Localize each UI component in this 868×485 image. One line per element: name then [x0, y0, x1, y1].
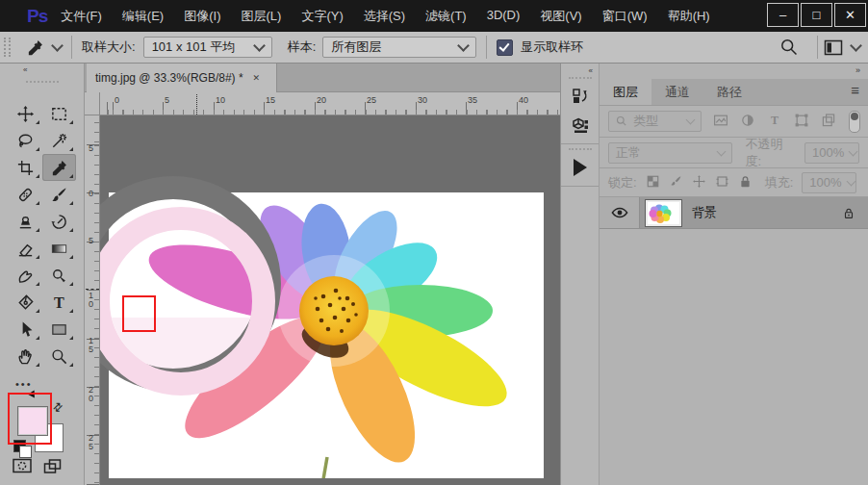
brush-tool[interactable]	[42, 181, 76, 208]
filter-smart-objects-icon[interactable]	[821, 113, 836, 131]
tab-close-icon[interactable]: ✕	[253, 73, 261, 83]
eraser-tool[interactable]	[9, 235, 42, 262]
layer-visibility-toggle[interactable]	[600, 197, 640, 228]
filter-shape-layers-icon[interactable]	[794, 113, 809, 131]
sample-size-dropdown[interactable]: 101 x 101 平均	[143, 37, 272, 58]
dodge-tool[interactable]	[42, 262, 76, 289]
divider	[561, 186, 599, 187]
menu-select[interactable]: 选择(S)	[364, 8, 405, 25]
eyedropper-icon[interactable]	[26, 38, 44, 57]
zoom-tool[interactable]	[42, 343, 76, 370]
rectangular-marquee-tool[interactable]	[42, 100, 76, 127]
screen-mode-button[interactable]	[42, 457, 64, 476]
blend-mode-row: 正常 不透明度: 100%	[600, 138, 868, 168]
layer-row-background[interactable]: 背景	[600, 197, 868, 229]
fill-dropdown[interactable]: 100%	[802, 172, 856, 193]
clone-stamp-tool[interactable]	[9, 208, 42, 235]
toolbar-grip[interactable]	[26, 81, 59, 86]
separator	[486, 36, 487, 59]
layers-panel-group: » 图层 通道 路径 ≡ 类型 T	[600, 64, 868, 485]
show-ring-label[interactable]: 显示取样环	[521, 38, 583, 56]
lock-all-icon[interactable]	[738, 174, 753, 191]
crop-tool[interactable]	[9, 154, 42, 181]
toolbar-collapse-icon[interactable]: «	[0, 64, 84, 79]
lock-pixels-icon[interactable]	[669, 174, 683, 191]
lasso-tool[interactable]	[9, 127, 42, 154]
quick-mask-button[interactable]	[12, 456, 33, 475]
menu-help[interactable]: 帮助(H)	[668, 8, 710, 25]
show-ring-checkbox[interactable]	[497, 39, 513, 56]
filter-toggle-icon[interactable]	[849, 111, 860, 133]
history-brush-tool[interactable]	[42, 208, 76, 235]
close-button[interactable]: ✕	[834, 3, 866, 27]
ruler-number: 35	[468, 95, 477, 105]
magic-wand-tool[interactable]	[42, 127, 76, 154]
svg-text:T: T	[771, 114, 779, 127]
filter-adjustment-layers-icon[interactable]	[740, 113, 755, 131]
lock-position-icon[interactable]	[692, 174, 706, 191]
workspace-chevron-icon[interactable]	[850, 39, 862, 52]
type-tool[interactable]: T	[42, 289, 76, 316]
eye-icon	[611, 206, 628, 219]
history-panel-icon[interactable]	[561, 82, 599, 111]
lock-artboard-icon[interactable]	[715, 174, 729, 191]
opacity-dropdown[interactable]: 100%	[804, 142, 859, 164]
sample-label: 样本:	[288, 38, 317, 56]
menu-layer[interactable]: 图层(L)	[241, 8, 281, 25]
menu-bar: Ps 文件(F) 编辑(E) 图像(I) 图层(L) 文字(Y) 选择(S) 滤…	[0, 0, 868, 32]
search-icon[interactable]	[779, 38, 799, 57]
path-selection-tool[interactable]	[9, 316, 42, 343]
actions-panel-icon[interactable]	[561, 153, 599, 182]
layer-thumbnail[interactable]	[646, 200, 681, 226]
ruler-number: 40	[519, 95, 528, 105]
lock-row: 锁定: 填充: 100%	[600, 168, 868, 197]
canvas[interactable]	[100, 115, 560, 485]
filter-pixel-layers-icon[interactable]	[713, 113, 728, 131]
layer-name[interactable]: 背景	[692, 204, 717, 221]
filter-type-dropdown[interactable]: 类型	[608, 111, 702, 132]
tab-layers[interactable]: 图层	[600, 79, 651, 105]
panel-menu-icon[interactable]: ≡	[851, 82, 859, 98]
menu-edit[interactable]: 编辑(E)	[122, 8, 164, 25]
collapse-panels-icon[interactable]: »	[855, 65, 860, 75]
chevron-down-icon	[686, 115, 696, 125]
menu-3d[interactable]: 3D(D)	[487, 8, 521, 25]
svg-text:T: T	[54, 294, 64, 310]
menu-window[interactable]: 窗口(W)	[602, 8, 648, 25]
chevron-down-icon	[253, 39, 266, 52]
gradient-tool[interactable]	[42, 235, 76, 262]
ruler-number: 30	[418, 95, 427, 105]
panel-header: »	[600, 64, 868, 79]
photoshop-window: Ps 文件(F) 编辑(E) 图像(I) 图层(L) 文字(Y) 选择(S) 滤…	[0, 0, 868, 485]
tool-preset-chevron-icon[interactable]	[51, 39, 64, 52]
menu-type[interactable]: 文字(Y)	[301, 8, 343, 25]
move-tool[interactable]	[9, 100, 42, 127]
maximize-button[interactable]: □	[801, 3, 832, 27]
document-tab[interactable]: timg.jpg @ 33.3%(RGB/8#) * ✕	[87, 64, 277, 92]
smudge-tool[interactable]	[9, 262, 42, 289]
annotation-rect-swatch	[8, 393, 52, 445]
filter-type-layers-icon[interactable]: T	[767, 113, 782, 131]
panel-layout-icon[interactable]	[824, 39, 843, 56]
swap-colors-icon[interactable]: ⇄	[50, 398, 66, 415]
minimize-button[interactable]: –	[767, 3, 799, 27]
chevron-down-icon	[849, 146, 858, 156]
blend-mode-dropdown[interactable]: 正常	[608, 142, 732, 164]
hand-tool[interactable]	[9, 343, 42, 370]
menu-filter[interactable]: 滤镜(T)	[425, 8, 467, 25]
tab-channels[interactable]: 通道	[651, 79, 703, 105]
3d-panel-icon[interactable]	[561, 111, 599, 140]
spot-healing-tool[interactable]	[9, 181, 42, 208]
menu-image[interactable]: 图像(I)	[184, 8, 220, 25]
menu-view[interactable]: 视图(V)	[540, 8, 581, 25]
eyedropper-tool[interactable]	[42, 154, 76, 181]
lock-transparency-icon[interactable]	[646, 174, 660, 191]
pen-tool[interactable]	[9, 289, 42, 316]
tab-paths[interactable]: 路径	[703, 79, 755, 105]
menu-file[interactable]: 文件(F)	[61, 8, 102, 25]
options-grip[interactable]	[4, 38, 11, 57]
sample-dropdown[interactable]: 所有图层	[322, 37, 476, 58]
shape-tool[interactable]	[42, 316, 76, 343]
sample-size-value: 101 x 101 平均	[152, 38, 236, 56]
expand-panels-icon[interactable]: «	[561, 64, 599, 75]
